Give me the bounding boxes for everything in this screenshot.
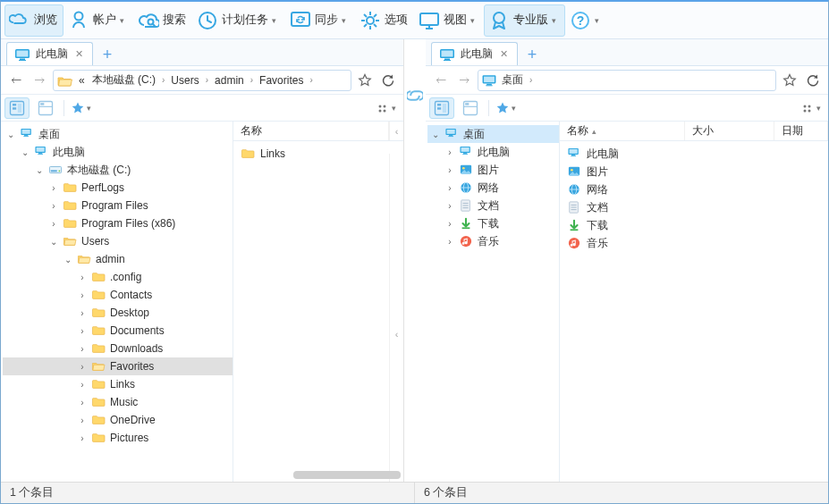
tree-item[interactable]: › Program Files (x86) — [3, 214, 233, 232]
right-new-tab[interactable]: + — [521, 44, 543, 65]
right-list-header[interactable]: 名称▴ 大小 日期 — [560, 122, 828, 141]
tree-item[interactable]: › 下载 — [427, 214, 559, 232]
tree-item[interactable]: › Contacts — [3, 286, 233, 304]
toolbar-account-button[interactable]: 帐户 ▾ — [63, 4, 133, 37]
tree-item[interactable]: › Music — [3, 393, 233, 411]
list-item[interactable]: 音乐 — [560, 234, 828, 252]
col-date[interactable]: 日期 — [774, 122, 828, 140]
favorites-dropdown[interactable]: ▾ — [70, 97, 95, 119]
breadcrumb[interactable]: « 本地磁盘 (C:)› Users› admin› Favorites› — [53, 70, 351, 91]
expand-icon[interactable]: › — [444, 219, 456, 229]
tree-item[interactable]: › Downloads — [3, 340, 233, 357]
tree-item[interactable]: ⌄ 本地磁盘 (C:) — [3, 161, 233, 179]
expand-icon[interactable]: › — [47, 219, 60, 229]
toolbar-browse-button[interactable]: 浏览 — [4, 4, 63, 37]
toolbar-options-button[interactable]: 选项 — [355, 4, 414, 37]
expand-icon[interactable]: › — [444, 147, 456, 157]
tree-item[interactable]: › Favorites — [3, 357, 233, 375]
toolbar-search-button[interactable]: 搜索 — [133, 4, 192, 37]
favorite-button[interactable] — [780, 71, 799, 90]
expand-icon[interactable]: › — [76, 326, 89, 336]
forward-button[interactable]: 🡒 — [454, 71, 474, 90]
left-list-header[interactable]: 名称 ‹ — [233, 122, 403, 141]
expand-icon[interactable]: › — [444, 183, 456, 193]
col-size[interactable]: 大小 — [685, 122, 774, 140]
expand-icon[interactable]: › — [444, 201, 456, 211]
close-icon[interactable]: ✕ — [498, 48, 510, 60]
favorites-dropdown[interactable]: ▾ — [495, 97, 520, 119]
tree-item[interactable]: › .config — [3, 268, 233, 286]
expand-icon[interactable]: › — [444, 165, 456, 175]
tree-item[interactable]: › 音乐 — [427, 232, 559, 250]
toolbar-pro-button[interactable]: 专业版 ▾ — [484, 4, 565, 37]
right-tree[interactable]: ⌄ 桌面 › 此电脑 › 图片 › 网络 › 文档 › 下载 › 音乐 — [426, 122, 560, 482]
tree-item[interactable]: ⌄ 此电脑 — [3, 143, 233, 161]
left-new-tab[interactable]: + — [97, 44, 118, 65]
expand-icon[interactable]: › — [76, 344, 89, 354]
tree-mode-button[interactable] — [4, 97, 30, 119]
tree-item[interactable]: ⌄ Users — [3, 232, 233, 250]
panel-mode-button[interactable] — [33, 97, 58, 119]
back-button[interactable]: 🡐 — [6, 71, 26, 90]
panel-mode-button[interactable] — [458, 97, 483, 119]
tree-item[interactable]: › 此电脑 — [427, 143, 559, 161]
expand-icon[interactable]: › — [47, 183, 60, 193]
expand-icon[interactable]: › — [76, 416, 89, 425]
tree-item[interactable]: › 图片 — [427, 161, 559, 179]
favorite-button[interactable] — [355, 71, 375, 90]
crumb-item[interactable]: 本地磁盘 (C:) — [90, 72, 157, 88]
right-list[interactable]: 名称▴ 大小 日期 此电脑图片网络文档下载音乐 — [560, 122, 828, 482]
collapse-arrow-button[interactable]: ‹ — [389, 154, 403, 482]
horizontal-scrollbar[interactable] — [293, 471, 401, 479]
right-tab[interactable]: 此电脑 ✕ — [431, 42, 518, 65]
expand-icon[interactable]: › — [76, 290, 89, 300]
crumb-item[interactable]: admin — [213, 74, 246, 87]
tree-mode-button[interactable] — [429, 97, 454, 119]
tree-item[interactable]: › Program Files — [3, 197, 233, 214]
expand-icon[interactable]: › — [76, 362, 89, 372]
toolbar-tasks-button[interactable]: 计划任务 ▾ — [192, 4, 285, 37]
tree-item[interactable]: › Desktop — [3, 304, 233, 322]
back-button[interactable]: 🡐 — [431, 71, 451, 90]
tree-item[interactable]: › OneDrive — [3, 411, 233, 429]
collapse-icon[interactable]: ⌄ — [429, 130, 442, 139]
list-item[interactable]: 下载 — [560, 216, 828, 234]
refresh-button[interactable] — [803, 71, 823, 90]
list-item[interactable]: 图片 — [560, 163, 828, 181]
list-item[interactable]: 文档 — [560, 198, 828, 216]
expand-icon[interactable]: › — [76, 308, 89, 318]
toolbar-help-button[interactable]: ▾ — [565, 4, 606, 37]
tree-item[interactable]: › Links — [3, 375, 233, 393]
tree-item[interactable]: › Pictures — [3, 429, 233, 447]
left-tab[interactable]: 此电脑 ✕ — [6, 42, 93, 65]
tree-item[interactable]: › 文档 — [427, 197, 559, 214]
view-layout-dropdown[interactable]: ▾ — [799, 97, 825, 119]
crumb-item[interactable]: Favorites — [258, 74, 305, 87]
list-item[interactable]: Links — [233, 145, 403, 163]
tree-item[interactable]: › PerfLogs — [3, 179, 233, 197]
expand-icon[interactable]: › — [76, 273, 89, 282]
list-item[interactable]: 此电脑 — [560, 145, 828, 163]
collapse-icon[interactable]: ⌄ — [62, 255, 74, 265]
expand-icon[interactable]: › — [444, 237, 456, 247]
view-layout-dropdown[interactable]: ▾ — [375, 97, 400, 119]
forward-button[interactable]: 🡒 — [30, 71, 49, 90]
collapse-icon[interactable]: ⌄ — [33, 165, 46, 175]
tree-item[interactable]: ⌄ 桌面 — [3, 125, 233, 143]
tree-item[interactable]: ⌄ 桌面 — [427, 125, 559, 143]
list-item[interactable]: 网络 — [560, 181, 828, 198]
crumb-item[interactable]: 桌面 — [500, 72, 525, 88]
toolbar-view-button[interactable]: 视图 ▾ — [414, 4, 484, 37]
crumb-overflow[interactable]: « — [77, 74, 87, 87]
tree-item[interactable]: › Documents — [3, 322, 233, 340]
breadcrumb[interactable]: 桌面› — [478, 70, 776, 91]
collapse-icon[interactable]: ⌄ — [19, 147, 31, 157]
col-name[interactable]: 名称 — [233, 122, 389, 140]
expand-icon[interactable]: › — [47, 201, 60, 211]
toolbar-sync-button[interactable]: 同步 ▾ — [285, 4, 355, 37]
expand-icon[interactable]: › — [76, 380, 89, 390]
expand-icon[interactable]: › — [76, 433, 89, 443]
pane-divider[interactable] — [404, 39, 426, 482]
collapse-icon[interactable]: ⌄ — [4, 130, 17, 139]
tree-item[interactable]: › 网络 — [427, 179, 559, 197]
